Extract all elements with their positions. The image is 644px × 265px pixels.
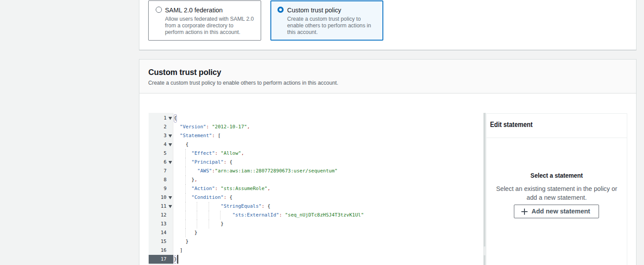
code-line[interactable]: "Action": "sts:AssumeRole", bbox=[174, 184, 270, 193]
text-cursor bbox=[177, 255, 178, 264]
code-line[interactable]: } bbox=[174, 237, 188, 246]
code-line[interactable]: { bbox=[174, 140, 188, 149]
line-number: 13 bbox=[149, 220, 167, 228]
line-number: 11 bbox=[149, 202, 167, 211]
line-number: 1 bbox=[149, 114, 167, 123]
select-statement-text: Select an existing statement in the poli… bbox=[490, 184, 624, 202]
code-line[interactable]: } bbox=[174, 255, 177, 264]
policy-panel-description: Create a custom trust policy to enable o… bbox=[148, 78, 338, 87]
line-number: 6 bbox=[149, 158, 167, 167]
line-number: 15 bbox=[149, 237, 167, 246]
fold-arrow-icon[interactable] bbox=[168, 134, 172, 138]
code-line[interactable]: } bbox=[174, 220, 224, 228]
edit-statement-divider bbox=[486, 138, 627, 138]
policy-panel-title: Custom trust policy bbox=[148, 67, 221, 77]
fold-arrow-icon[interactable] bbox=[168, 161, 172, 164]
splitter-grip-line bbox=[484, 246, 484, 255]
code-line[interactable]: ] bbox=[174, 246, 183, 255]
line-number: 5 bbox=[149, 149, 167, 158]
plus-icon bbox=[521, 209, 528, 215]
code-line[interactable]: "Principal": { bbox=[174, 158, 232, 167]
line-number: 8 bbox=[149, 175, 167, 184]
code-line[interactable]: { bbox=[174, 114, 177, 123]
line-number: 9 bbox=[149, 184, 167, 193]
line-number: 10 bbox=[149, 193, 167, 202]
card-saml-description: Allow users federated with SAML 2.0 from… bbox=[165, 15, 254, 35]
card-custom-description: Create a custom trust policy to enable o… bbox=[287, 15, 371, 35]
code-line[interactable]: "Condition": { bbox=[174, 193, 232, 202]
splitter-grip-line bbox=[485, 246, 485, 255]
code-line[interactable]: "Effect": "Allow", bbox=[174, 149, 244, 158]
line-number: 12 bbox=[149, 211, 167, 220]
editor-splitter[interactable] bbox=[483, 113, 486, 265]
code-line[interactable]: }, bbox=[174, 175, 197, 184]
line-number: 14 bbox=[149, 228, 167, 237]
line-number: 2 bbox=[149, 123, 167, 131]
add-new-statement-label: Add new statement bbox=[532, 208, 590, 215]
fold-arrow-icon[interactable] bbox=[168, 117, 172, 120]
code-line[interactable]: "Version": "2012-10-17", bbox=[174, 123, 250, 131]
card-custom-title: Custom trust policy bbox=[287, 5, 341, 15]
line-number: 17 bbox=[149, 255, 167, 264]
select-statement-title: Select a statement bbox=[488, 171, 625, 180]
line-number: 3 bbox=[149, 131, 167, 140]
code-line[interactable]: "Statement": [ bbox=[174, 131, 221, 140]
edit-statement-header: Edit statement bbox=[490, 120, 532, 130]
card-saml-title: SAML 2.0 federation bbox=[165, 5, 223, 15]
fold-arrow-icon[interactable] bbox=[168, 143, 172, 146]
line-number: 16 bbox=[149, 246, 167, 255]
add-new-statement-button[interactable]: Add new statement bbox=[514, 205, 599, 218]
fold-arrow-icon[interactable] bbox=[168, 205, 172, 208]
line-number: 4 bbox=[149, 140, 167, 149]
line-number: 7 bbox=[149, 167, 167, 175]
code-line[interactable]: "AWS":"arn:aws:iam::280772890673:user/se… bbox=[174, 167, 337, 175]
code-line[interactable]: } bbox=[174, 228, 197, 237]
code-line[interactable]: "sts:ExternalId": "seq_nUjDTc8zHSJ4T3tzv… bbox=[174, 211, 363, 220]
code-line[interactable]: "StringEquals": { bbox=[174, 202, 270, 211]
fold-arrow-icon[interactable] bbox=[168, 196, 172, 199]
